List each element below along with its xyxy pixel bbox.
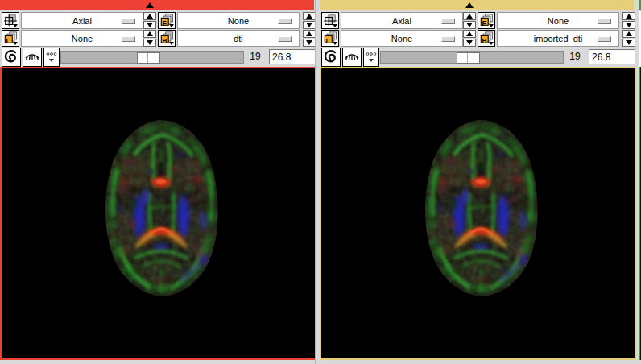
background-value: dti <box>234 34 243 43</box>
label-value: None <box>72 34 93 43</box>
slider-handle[interactable] <box>137 52 160 64</box>
spin-up-button[interactable] <box>143 12 156 20</box>
up-triangle-icon <box>466 14 473 19</box>
label-value: None <box>391 34 412 43</box>
foreground-volume-select[interactable]: None <box>177 12 300 29</box>
foreground-volume-select[interactable]: None <box>497 12 619 29</box>
up-triangle-icon <box>626 31 632 36</box>
panel-expand-icon[interactable] <box>146 2 154 8</box>
spin-down-button[interactable] <box>622 21 635 29</box>
down-triangle-icon <box>626 23 632 27</box>
closed-eye-icon <box>343 48 361 66</box>
label-layer-button[interactable]: L <box>321 30 339 47</box>
spin-up-button[interactable] <box>463 30 476 38</box>
closed-eye-icon <box>23 48 41 66</box>
slice-viewport[interactable] <box>320 67 636 360</box>
background-letter: B <box>482 37 487 45</box>
label-volume-select[interactable]: None <box>21 30 143 47</box>
spin-up-button[interactable] <box>463 12 476 20</box>
spin-up-button[interactable] <box>143 30 156 38</box>
spin-down-button[interactable] <box>303 21 316 29</box>
spiral-icon <box>322 48 340 66</box>
spin-down-button[interactable] <box>303 39 316 47</box>
background-volume-select[interactable]: imported_dti <box>497 30 619 47</box>
menu-indicator <box>598 36 611 42</box>
label-spinner <box>143 30 156 47</box>
spin-down-button[interactable] <box>143 39 156 47</box>
slice-viewport[interactable] <box>0 67 316 360</box>
label-volume-select[interactable]: None <box>341 30 463 47</box>
orientation-value: Axial <box>72 16 92 26</box>
slice-index-label: 19 <box>566 51 584 62</box>
slider-handle[interactable] <box>457 52 480 64</box>
up-triangle-icon <box>306 14 312 19</box>
slice-slider[interactable] <box>60 51 244 64</box>
slice-slider[interactable] <box>380 51 564 64</box>
up-triangle-icon <box>147 14 153 19</box>
panel-divider[interactable] <box>315 0 316 364</box>
visibility-toggle-button[interactable] <box>23 48 42 67</box>
slice-panel-red: Axial F None L None B dti <box>0 0 316 364</box>
spiral-icon <box>2 48 20 66</box>
menu-indicator <box>278 19 292 24</box>
slice-panel-yellow: Axial F None L None B imported_dti <box>320 0 636 364</box>
slice-offset-input[interactable] <box>589 49 635 64</box>
label-spinner <box>463 30 476 47</box>
spin-down-button[interactable] <box>463 21 476 29</box>
label-layer-button[interactable]: L <box>2 30 19 47</box>
background-layer-button[interactable]: B <box>478 30 495 47</box>
orientation-value: Axial <box>392 16 411 26</box>
slice-plane-menu-button[interactable] <box>321 12 339 29</box>
orientation-select[interactable]: Axial <box>21 12 143 29</box>
foreground-value: None <box>228 16 249 26</box>
spin-up-button[interactable] <box>303 12 316 20</box>
foreground-layer-button[interactable]: F <box>478 12 495 29</box>
visibility-toggle-button[interactable] <box>342 48 362 67</box>
background-volume-select[interactable]: dti <box>177 30 300 47</box>
slice-plane-menu-button[interactable] <box>2 12 19 29</box>
dots-menu-icon <box>364 48 378 66</box>
slice-menu-button[interactable] <box>321 48 341 67</box>
spin-up-button[interactable] <box>622 12 635 20</box>
panel-expand-icon[interactable] <box>465 2 474 8</box>
foreground-letter: F <box>163 19 167 27</box>
slice-offset-input[interactable] <box>269 49 316 64</box>
foreground-value: None <box>548 16 569 26</box>
foreground-spinner <box>303 12 316 29</box>
down-triangle-icon <box>466 23 473 27</box>
chevron-down-icon <box>489 24 494 27</box>
options-menu-button[interactable] <box>363 48 379 67</box>
down-triangle-icon <box>147 23 153 27</box>
options-menu-button[interactable] <box>43 48 60 67</box>
up-triangle-icon <box>466 31 473 36</box>
down-triangle-icon <box>306 23 312 27</box>
spin-up-button[interactable] <box>622 30 635 38</box>
down-triangle-icon <box>306 40 312 45</box>
chevron-down-icon <box>169 24 174 27</box>
orientation-spinner <box>463 12 476 29</box>
slice-index-label: 19 <box>246 51 264 62</box>
spin-down-button[interactable] <box>463 39 476 47</box>
spin-down-button[interactable] <box>622 39 635 47</box>
chevron-down-icon <box>169 42 174 45</box>
panel-titlebar[interactable] <box>0 0 314 10</box>
panel-titlebar[interactable] <box>320 0 634 10</box>
orientation-select[interactable]: Axial <box>341 12 463 29</box>
slice-menu-button[interactable] <box>2 48 21 67</box>
background-letter: B <box>163 37 167 45</box>
up-triangle-icon <box>626 14 632 19</box>
chevron-down-icon <box>333 42 337 45</box>
chevron-down-icon <box>13 24 18 27</box>
foreground-letter: F <box>482 19 486 27</box>
dots-menu-icon <box>44 48 59 66</box>
orientation-spinner <box>143 12 156 29</box>
up-triangle-icon <box>147 31 153 36</box>
spin-down-button[interactable] <box>143 21 156 29</box>
menu-indicator <box>598 19 611 24</box>
dti-brain-image <box>88 115 234 302</box>
background-layer-button[interactable]: B <box>158 30 176 47</box>
spin-up-button[interactable] <box>303 30 316 38</box>
label-letter: L <box>6 37 10 45</box>
background-spinner <box>622 30 635 47</box>
foreground-layer-button[interactable]: F <box>158 12 176 29</box>
